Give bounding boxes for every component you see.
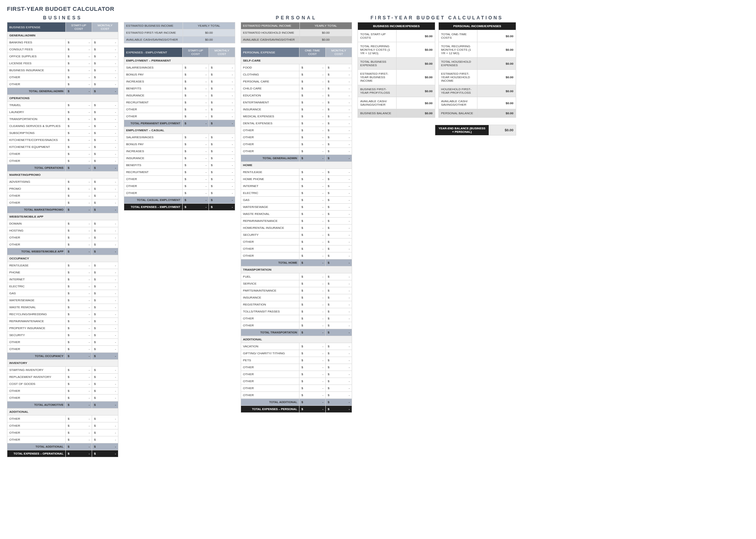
pers-row-2-2-b[interactable]: $-	[326, 287, 352, 294]
biz-row-4-6-b[interactable]: $-	[92, 304, 118, 311]
pers-row-1-4-b[interactable]: $-	[326, 197, 352, 204]
biz-row-1-8[interactable]: OTHER	[7, 158, 66, 165]
pers-row-2-4-a[interactable]: $-	[299, 301, 326, 308]
biz-row-5-0-a[interactable]: $-	[66, 367, 92, 374]
pers-row-2-7[interactable]: OTHER	[241, 322, 299, 329]
pers-row-0-11[interactable]: OTHER	[241, 141, 299, 148]
biz-row-5-1-b[interactable]: $-	[92, 374, 118, 381]
pers-row-3-1-a[interactable]: $-	[299, 350, 326, 357]
emp-row-0-3[interactable]: BENEFITS	[124, 85, 183, 92]
emp-row-0-0-b[interactable]: $-	[209, 64, 235, 71]
pers-row-0-3[interactable]: CHILD CARE	[241, 85, 299, 92]
biz-row-0-0[interactable]: BANKING FEES	[7, 39, 66, 46]
emp-row-0-5-a[interactable]: $-	[183, 99, 209, 106]
emp-row-1-0-a[interactable]: $-	[183, 134, 209, 141]
emp-row-1-4-b[interactable]: $-	[209, 162, 235, 169]
biz-row-5-3-b[interactable]: $-	[92, 388, 118, 395]
pers-row-0-3-b[interactable]: $-	[326, 85, 352, 92]
biz-row-1-3-a[interactable]: $-	[66, 123, 92, 130]
emp-row-1-8-a[interactable]: $-	[183, 190, 209, 197]
pers-row-2-5[interactable]: TOLLS/TRANSIT PASSES	[241, 308, 299, 315]
biz-row-0-0-b[interactable]: $-	[92, 39, 118, 46]
biz-row-2-0[interactable]: ADVERTISING	[7, 179, 66, 185]
biz-row-1-7[interactable]: OTHER	[7, 151, 66, 158]
pers-row-0-12-a[interactable]: $-	[299, 148, 326, 155]
biz-row-5-3[interactable]: OTHER	[7, 388, 66, 395]
pers-row-1-9-b[interactable]: $-	[326, 232, 352, 239]
pers-row-3-3-a[interactable]: $-	[299, 364, 326, 371]
biz-row-5-4[interactable]: OTHER	[7, 395, 66, 402]
biz-row-1-8-b[interactable]: $-	[92, 158, 118, 165]
biz-row-4-7-a[interactable]: $-	[66, 311, 92, 318]
pers-row-2-0-b[interactable]: $-	[326, 273, 352, 280]
pers-row-1-5[interactable]: WATER/SEWAGE	[241, 204, 299, 211]
pers-row-0-4[interactable]: EDUCATION	[241, 92, 299, 99]
biz-row-4-6[interactable]: WASTE REMOVAL	[7, 304, 66, 311]
biz-row-4-2-a[interactable]: $-	[66, 276, 92, 283]
pers-row-1-0-b[interactable]: $-	[326, 169, 352, 176]
emp-row-1-3-a[interactable]: $-	[183, 155, 209, 162]
biz-row-4-0-b[interactable]: $-	[92, 262, 118, 269]
biz-row-1-6[interactable]: KITCHENETTE EQUIPMENT	[7, 144, 66, 151]
pers-row-0-6[interactable]: INSURANCE	[241, 106, 299, 113]
pers-row-0-10-a[interactable]: $-	[299, 134, 326, 141]
biz-row-0-5-a[interactable]: $-	[66, 74, 92, 81]
emp-row-1-8-b[interactable]: $-	[209, 190, 235, 197]
biz-row-4-9-b[interactable]: $-	[92, 325, 118, 332]
biz-row-1-6-a[interactable]: $-	[66, 144, 92, 151]
pers-row-1-8-a[interactable]: $-	[299, 225, 326, 232]
pers-row-1-3[interactable]: ELECTRIC	[241, 190, 299, 197]
pers-row-3-2-b[interactable]: $-	[326, 357, 352, 364]
biz-row-0-6-a[interactable]: $-	[66, 81, 92, 88]
pers-row-3-4-a[interactable]: $-	[299, 371, 326, 378]
pers-row-3-5[interactable]: OTHER	[241, 378, 299, 385]
biz-row-3-1-b[interactable]: $-	[92, 227, 118, 234]
pers-row-0-9-b[interactable]: $-	[326, 127, 352, 134]
pers-row-1-2[interactable]: INTERNET	[241, 183, 299, 190]
biz-row-6-2[interactable]: OTHER	[7, 429, 66, 436]
biz-row-6-2-a[interactable]: $-	[66, 429, 92, 436]
pers-row-0-0-b[interactable]: $-	[326, 64, 352, 71]
biz-row-3-0-a[interactable]: $-	[66, 220, 92, 227]
biz-row-5-4-a[interactable]: $-	[66, 395, 92, 402]
biz-row-3-3[interactable]: OTHER	[7, 241, 66, 248]
emp-row-0-2[interactable]: INCREASES	[124, 78, 183, 85]
biz-row-4-9[interactable]: PROPERTY INSURANCE	[7, 325, 66, 332]
biz-row-4-10-a[interactable]: $-	[66, 332, 92, 339]
emp-row-1-1-b[interactable]: $-	[209, 141, 235, 148]
biz-row-4-7[interactable]: RECYCLING/SHREDDING	[7, 311, 66, 318]
biz-row-4-10[interactable]: SECURITY	[7, 332, 66, 339]
biz-row-1-0-a[interactable]: $-	[66, 102, 92, 109]
emp-row-0-1[interactable]: BONUS PAY	[124, 71, 183, 78]
biz-row-2-1-b[interactable]: $-	[92, 185, 118, 192]
biz-row-1-3-b[interactable]: $-	[92, 123, 118, 130]
pers-row-0-12[interactable]: OTHER	[241, 148, 299, 155]
pers-row-3-7-a[interactable]: $-	[299, 392, 326, 399]
pers-row-0-10-b[interactable]: $-	[326, 134, 352, 141]
biz-row-4-6-a[interactable]: $-	[66, 304, 92, 311]
emp-row-0-7-a[interactable]: $-	[183, 113, 209, 120]
pers-row-2-1-a[interactable]: $-	[299, 280, 326, 287]
pers-row-2-1[interactable]: SERVICE	[241, 280, 299, 287]
pers-row-3-4-b[interactable]: $-	[326, 371, 352, 378]
biz-row-2-3-a[interactable]: $-	[66, 199, 92, 206]
pers-row-2-4-b[interactable]: $-	[326, 301, 352, 308]
biz-row-5-2-b[interactable]: $-	[92, 381, 118, 388]
emp-row-1-6[interactable]: OTHER	[124, 176, 183, 183]
pers-row-1-4[interactable]: GAS	[241, 197, 299, 204]
biz-row-1-5[interactable]: KITCHENETTE/COFFEE/SNACKS	[7, 137, 66, 144]
biz-row-2-0-a[interactable]: $-	[66, 179, 92, 185]
pers-row-3-0[interactable]: VACATION	[241, 343, 299, 350]
emp-row-1-5-b[interactable]: $-	[209, 169, 235, 176]
biz-row-4-0-a[interactable]: $-	[66, 262, 92, 269]
pers-income-val-1[interactable]: $0.00	[300, 29, 352, 36]
emp-row-1-7[interactable]: OTHER	[124, 183, 183, 190]
pers-row-2-5-b[interactable]: $-	[326, 308, 352, 315]
biz-row-1-5-a[interactable]: $-	[66, 137, 92, 144]
pers-row-0-0-a[interactable]: $-	[299, 64, 326, 71]
pers-row-1-5-b[interactable]: $-	[326, 204, 352, 211]
pers-row-0-2[interactable]: PERSONAL CARE	[241, 78, 299, 85]
pers-row-2-0-a[interactable]: $-	[299, 273, 326, 280]
biz-income-val-1[interactable]: $0.00	[183, 29, 235, 36]
pers-row-1-8-b[interactable]: $-	[326, 225, 352, 232]
